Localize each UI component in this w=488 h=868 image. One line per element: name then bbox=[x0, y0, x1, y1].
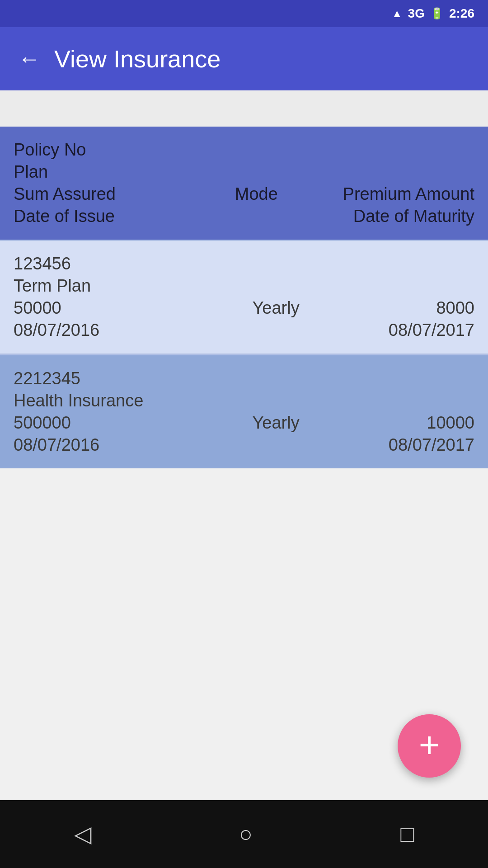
network-signal-icon: ▲ bbox=[392, 7, 403, 20]
row2-sum-assured: 500000 bbox=[14, 413, 71, 433]
row2-plan-line: Health Insurance bbox=[14, 391, 474, 410]
page-title: View Insurance bbox=[54, 45, 221, 73]
header-row-dates: Date of Issue Date of Maturity bbox=[14, 207, 474, 226]
row2-policy-no: 2212345 bbox=[14, 369, 80, 388]
row2-premium-amount: 10000 bbox=[427, 413, 474, 433]
insurance-table: Policy No Plan Sum Assured Mode Premium … bbox=[0, 127, 488, 468]
header-row-policy: Policy No bbox=[14, 140, 474, 160]
header-date-of-issue: Date of Issue bbox=[14, 207, 115, 226]
row1-sum-assured: 50000 bbox=[14, 298, 61, 318]
row2-plan: Health Insurance bbox=[14, 391, 143, 410]
header-plan: Plan bbox=[14, 162, 48, 182]
row1-date-of-maturity: 08/07/2017 bbox=[389, 321, 474, 340]
table-row[interactable]: 123456 Term Plan 50000 Yearly 8000 08/07… bbox=[0, 241, 488, 354]
row2-policy-line: 2212345 bbox=[14, 369, 474, 388]
app-bar: ← View Insurance bbox=[0, 27, 488, 90]
network-type: 3G bbox=[408, 6, 425, 21]
header-sum-assured: Sum Assured bbox=[14, 184, 116, 204]
row2-sum-line: 500000 Yearly 10000 bbox=[14, 413, 474, 433]
status-bar: ▲ 3G 🔋 2:26 bbox=[0, 0, 488, 27]
table-row[interactable]: 2212345 Health Insurance 500000 Yearly 1… bbox=[0, 355, 488, 468]
header-policy-no: Policy No bbox=[14, 140, 86, 160]
row2-mode: Yearly bbox=[125, 413, 427, 433]
header-mode: Mode bbox=[170, 184, 343, 204]
header-row-plan: Plan bbox=[14, 162, 474, 182]
row2-date-of-issue: 08/07/2016 bbox=[14, 435, 99, 455]
add-insurance-button[interactable]: + bbox=[398, 714, 461, 778]
back-button[interactable]: ← bbox=[18, 46, 41, 72]
header-premium-amount: Premium Amount bbox=[343, 184, 474, 204]
nav-recent-icon[interactable]: □ bbox=[400, 821, 414, 847]
top-spacer bbox=[0, 90, 488, 127]
row1-policy-line: 123456 bbox=[14, 254, 474, 274]
header-date-of-maturity: Date of Maturity bbox=[353, 207, 474, 226]
header-row-sum: Sum Assured Mode Premium Amount bbox=[14, 184, 474, 204]
row1-sum-line: 50000 Yearly 8000 bbox=[14, 298, 474, 318]
time-display: 2:26 bbox=[449, 6, 474, 21]
battery-icon: 🔋 bbox=[430, 7, 444, 20]
row2-date-of-maturity: 08/07/2017 bbox=[389, 435, 474, 455]
row1-date-line: 08/07/2016 08/07/2017 bbox=[14, 321, 474, 340]
row1-plan-line: Term Plan bbox=[14, 276, 474, 296]
nav-back-icon[interactable]: ◁ bbox=[74, 821, 91, 847]
row1-policy-no: 123456 bbox=[14, 254, 71, 274]
row1-date-of-issue: 08/07/2016 bbox=[14, 321, 99, 340]
status-icons: ▲ 3G 🔋 2:26 bbox=[392, 6, 474, 21]
row1-mode: Yearly bbox=[116, 298, 436, 318]
plus-icon: + bbox=[419, 727, 440, 763]
table-header: Policy No Plan Sum Assured Mode Premium … bbox=[0, 127, 488, 240]
row2-date-line: 08/07/2016 08/07/2017 bbox=[14, 435, 474, 455]
row1-premium-amount: 8000 bbox=[436, 298, 474, 318]
navigation-bar: ◁ ○ □ bbox=[0, 800, 488, 868]
nav-home-icon[interactable]: ○ bbox=[239, 821, 253, 847]
row1-plan: Term Plan bbox=[14, 276, 91, 296]
